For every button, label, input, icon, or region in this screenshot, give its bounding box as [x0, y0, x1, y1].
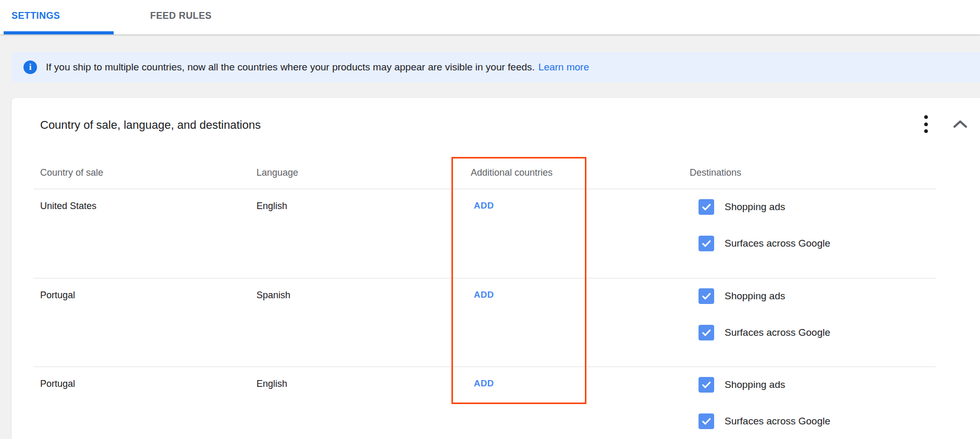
destination-label: Shopping ads	[725, 290, 785, 302]
feed-settings-page: SETTINGS FEED RULES i If you ship to mul…	[0, 0, 980, 439]
add-additional-countries-button[interactable]: ADD	[474, 289, 494, 301]
destinations-cell: Shopping ads Surfaces across Google	[699, 189, 917, 278]
add-additional-countries-button[interactable]: ADD	[474, 377, 494, 390]
country-of-sale-card: Country of sale, language, and destinati…	[11, 98, 980, 439]
check-icon	[701, 201, 712, 213]
destination-label: Surfaces across Google	[725, 416, 830, 427]
destinations-cell: Shopping ads Surfaces across Google	[699, 278, 917, 367]
check-icon	[701, 379, 712, 391]
column-header-language: Language	[256, 167, 298, 178]
column-header-destinations: Destinations	[690, 167, 741, 178]
surfaces-across-google-checkbox-checked-icon[interactable]	[699, 236, 714, 251]
tab-feed-rules[interactable]: FEED RULES	[150, 0, 212, 31]
destination-label: Surfaces across Google	[725, 327, 830, 338]
destination-option: Shopping ads	[699, 288, 785, 304]
chevron-up-icon	[953, 120, 967, 128]
check-icon	[701, 327, 712, 338]
info-icon: i	[23, 60, 37, 74]
table-row: Portugal English ADD Shopping ads Surfac…	[33, 367, 936, 439]
tab-feed-rules-label: FEED RULES	[150, 10, 212, 21]
destination-label: Surfaces across Google	[725, 238, 830, 249]
country-cell: Portugal	[40, 289, 75, 301]
destination-option: Shopping ads	[699, 377, 785, 393]
feed-tabbar: SETTINGS FEED RULES	[0, 0, 980, 34]
table-row: Portugal Spanish ADD Shopping ads Surfac…	[33, 278, 936, 367]
destination-option: Surfaces across Google	[699, 413, 830, 429]
learn-more-link[interactable]: Learn more	[538, 62, 589, 73]
destination-label: Shopping ads	[725, 379, 785, 391]
shopping-ads-checkbox-checked-icon[interactable]	[699, 288, 714, 304]
tab-settings[interactable]: SETTINGS	[11, 0, 60, 31]
table-row: United States English ADD Shopping ads S…	[33, 189, 936, 278]
destination-option: Shopping ads	[699, 199, 785, 215]
language-cell: English	[256, 200, 287, 212]
column-header-country-of-sale: Country of sale	[40, 167, 103, 178]
country-cell: United States	[40, 200, 96, 212]
shopping-ads-checkbox-checked-icon[interactable]	[699, 377, 714, 393]
card-title: Country of sale, language, and destinati…	[40, 117, 261, 133]
destination-label: Shopping ads	[725, 201, 785, 213]
table-header-row: Country of sale Language Additional coun…	[33, 156, 936, 189]
banner-message: If you ship to multiple countries, now a…	[46, 62, 535, 73]
card-collapse-button[interactable]	[952, 119, 969, 129]
country-cell: Portugal	[40, 377, 75, 390]
destinations-cell: Shopping ads Surfaces across Google	[699, 367, 917, 439]
destination-option: Surfaces across Google	[699, 236, 830, 251]
check-icon	[701, 238, 712, 249]
check-icon	[701, 290, 712, 302]
language-cell: English	[256, 377, 287, 390]
surfaces-across-google-checkbox-checked-icon[interactable]	[699, 413, 714, 429]
shopping-ads-checkbox-checked-icon[interactable]	[699, 199, 714, 215]
add-additional-countries-button[interactable]: ADD	[474, 200, 494, 212]
destination-option: Surfaces across Google	[699, 325, 830, 340]
language-cell: Spanish	[256, 289, 290, 301]
card-kebab-menu-icon[interactable]	[921, 115, 931, 133]
active-tab-indicator	[4, 31, 114, 34]
tab-settings-label: SETTINGS	[11, 10, 60, 21]
info-icon-glyph: i	[29, 62, 32, 72]
check-icon	[701, 416, 712, 427]
column-header-additional-countries: Additional countries	[471, 167, 553, 178]
surfaces-across-google-checkbox-checked-icon[interactable]	[699, 325, 714, 340]
info-banner: i If you ship to multiple countries, now…	[11, 52, 980, 82]
